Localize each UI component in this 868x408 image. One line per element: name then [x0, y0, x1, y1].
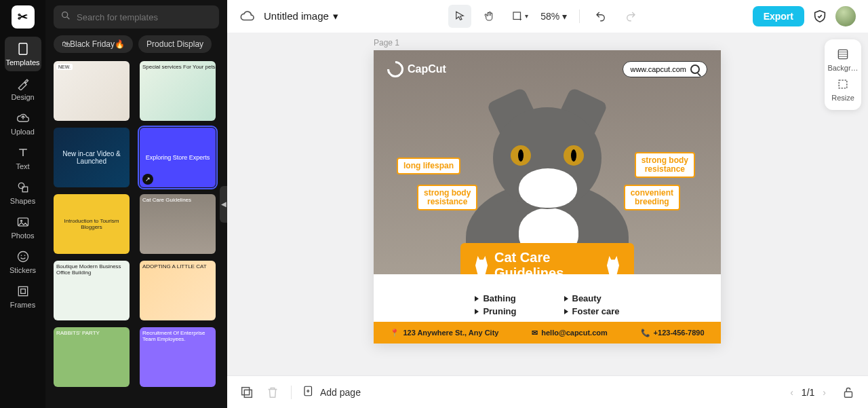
zoom-level[interactable]: 58%▾ — [538, 11, 570, 22]
template-thumb[interactable]: Special services For Your pets — [140, 61, 216, 121]
document-title[interactable]: Untitled image ▾ — [264, 10, 338, 22]
panel-collapse-handle[interactable]: ◀ — [220, 186, 227, 223]
topbar: Untitled image ▾ ▾ 58%▾ Export — [227, 0, 868, 33]
chip-product-display[interactable]: Product Display — [138, 35, 212, 53]
svg-point-5 — [18, 252, 28, 262]
feature-tag: long lifespan — [397, 157, 460, 174]
rail-label: Design — [11, 93, 34, 101]
rail-upload[interactable]: Upload — [5, 106, 41, 141]
lock-icon[interactable] — [841, 385, 856, 400]
feature-tag: strong bodyresistance — [417, 185, 477, 210]
next-page-button[interactable]: › — [823, 387, 826, 398]
prev-page-button[interactable]: ‹ — [790, 387, 793, 398]
add-page-button[interactable]: Add page — [302, 385, 361, 399]
template-thumb[interactable]: ADOPTING A LITTLE CAT — [140, 261, 216, 320]
cat-silhouette-icon — [475, 256, 488, 274]
trash-icon — [265, 385, 280, 400]
right-tool-panel: Backgr… Resize — [825, 39, 861, 110]
background-icon — [836, 48, 850, 62]
layers-icon[interactable] — [239, 385, 254, 400]
footer-phone: 📞+123-456-7890 — [641, 329, 705, 337]
chevron-down-icon: ▾ — [333, 10, 338, 22]
rail-label: Upload — [11, 128, 35, 136]
feature-tag: strong bodyresistance — [635, 152, 695, 178]
resize-icon — [836, 77, 850, 92]
brand-logo: CapCut — [387, 61, 446, 77]
title-banner: Cat Care Guidelines — [460, 243, 634, 274]
app-logo[interactable]: ✂ — [12, 5, 35, 29]
svg-point-6 — [20, 255, 22, 257]
undo-button[interactable] — [589, 5, 612, 28]
chip-row: 🛍Black Friday🔥 Product Display — [54, 35, 219, 53]
export-button[interactable]: Export — [753, 6, 804, 26]
shapes-icon — [16, 180, 31, 195]
template-thumb[interactable]: Introduction to Tourism Bloggers — [54, 194, 130, 254]
canvas-document[interactable]: CapCut www.capcut.com long lifespan stro… — [374, 50, 721, 344]
rail-design[interactable]: Design — [5, 71, 41, 106]
main-area: Untitled image ▾ ▾ 58%▾ Export Page 1 — [227, 0, 868, 408]
bullet-item: Foster care — [564, 306, 620, 316]
rail-photos[interactable]: Photos — [5, 210, 41, 244]
footer-email: ✉hello@capcut.com — [532, 329, 608, 337]
svg-rect-8 — [18, 286, 27, 295]
mail-icon: ✉ — [532, 329, 538, 337]
left-rail: ✂ Templates Design Upload Text Shapes Ph… — [0, 0, 45, 408]
frames-icon — [16, 284, 31, 299]
template-thumb[interactable]: Cat Care Guidelines — [140, 194, 216, 254]
template-thumb[interactable]: New in-car Video & Launched — [54, 128, 130, 187]
page-label: Page 1 — [374, 38, 399, 48]
feature-tag: convenientbreeding — [624, 185, 680, 210]
page-navigator: ‹ 1/1 › — [790, 385, 856, 400]
footer-address: 📍123 Anywhere St., Any City — [390, 329, 498, 337]
add-page-icon — [302, 385, 315, 399]
rail-templates[interactable]: Templates — [5, 37, 41, 71]
hand-tool[interactable] — [478, 5, 501, 28]
canvas-area[interactable]: Page 1 Backgr… Resize CapCut www.capcut.… — [227, 33, 868, 375]
template-search[interactable] — [54, 5, 219, 29]
cloud-sync-icon[interactable] — [239, 9, 254, 24]
text-icon — [16, 145, 31, 160]
background-tool[interactable]: Backgr… — [827, 45, 859, 75]
pin-icon: 📍 — [390, 329, 399, 337]
svg-rect-9 — [20, 289, 25, 294]
chevron-down-icon: ▾ — [525, 12, 528, 20]
user-avatar[interactable] — [835, 6, 856, 26]
rail-stickers[interactable]: Stickers — [5, 244, 41, 279]
rail-frames[interactable]: Frames — [5, 279, 41, 314]
photos-icon — [16, 215, 31, 229]
bullet-item: Beauty — [564, 293, 620, 303]
template-grid: NEW. Special services For Your pets New … — [54, 61, 219, 387]
svg-point-4 — [20, 220, 22, 222]
shield-icon[interactable] — [812, 9, 827, 24]
rail-label: Shapes — [10, 197, 35, 205]
search-input[interactable] — [77, 12, 212, 22]
svg-rect-17 — [845, 392, 852, 397]
go-icon[interactable]: ↗ — [142, 174, 153, 185]
template-thumb[interactable]: NEW. — [54, 61, 130, 121]
resize-tool[interactable]: Resize — [827, 75, 859, 105]
phone-icon: 📞 — [641, 329, 650, 337]
chip-black-friday[interactable]: 🛍Black Friday🔥 — [54, 35, 133, 53]
bullet-section: Bathing Pruning Beauty Foster care — [374, 274, 721, 316]
rail-text[interactable]: Text — [5, 141, 41, 175]
bullet-item: Pruning — [475, 306, 516, 316]
rail-label: Templates — [5, 58, 39, 67]
rail-label: Stickers — [9, 266, 36, 274]
template-thumb[interactable]: RABBITS' PARTY — [54, 327, 130, 387]
doc-footer: 📍123 Anywhere St., Any City ✉hello@capcu… — [374, 322, 721, 344]
cursor-tool[interactable] — [448, 5, 471, 28]
svg-rect-11 — [513, 12, 521, 20]
design-icon — [16, 76, 31, 91]
cat-silhouette-icon — [607, 256, 619, 274]
rail-shapes[interactable]: Shapes — [5, 175, 41, 210]
template-thumb-selected[interactable]: Exploring Store Experts↗ — [140, 128, 216, 187]
svg-rect-14 — [242, 387, 250, 394]
svg-rect-0 — [19, 43, 27, 55]
template-thumb[interactable]: Recruitment Of Enterprise Team Employees… — [140, 327, 216, 387]
templates-panel: 🛍Black Friday🔥 Product Display NEW. Spec… — [45, 0, 227, 408]
crop-tool[interactable]: ▾ — [508, 5, 531, 28]
redo-button[interactable] — [619, 5, 642, 28]
template-thumb[interactable]: Boutique Modern Business Office Building — [54, 261, 130, 320]
svg-point-7 — [24, 255, 25, 257]
search-icon — [690, 64, 700, 74]
